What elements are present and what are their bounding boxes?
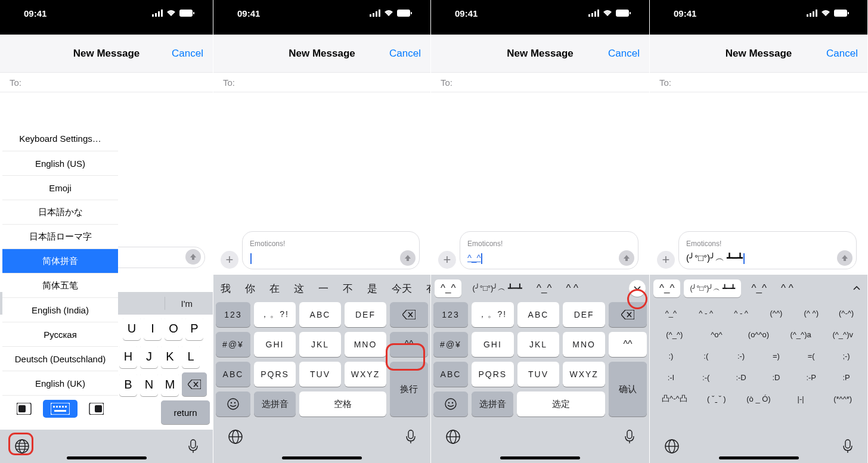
key-pqrs[interactable]: PQRS <box>254 362 296 387</box>
key-h[interactable]: H <box>119 344 137 368</box>
add-button[interactable]: + <box>221 251 238 269</box>
emoticon[interactable]: (^ ^) <box>793 309 829 318</box>
emoticon[interactable]: :P <box>829 373 864 382</box>
key-u[interactable]: U <box>123 316 141 340</box>
candidate[interactable]: 你 <box>238 282 262 296</box>
add-button[interactable]: + <box>657 251 675 269</box>
select-pinyin[interactable]: 选拼音 <box>254 391 296 417</box>
key-jkl[interactable]: JKL <box>517 332 560 357</box>
emoji-key[interactable] <box>216 391 250 417</box>
emoticon[interactable]: (^_^)a <box>780 330 822 339</box>
space-key[interactable]: 空格 <box>299 391 386 417</box>
globe-icon[interactable] <box>228 429 243 445</box>
key-pqrs[interactable]: PQRS <box>472 362 514 387</box>
key-mno[interactable]: MNO <box>563 332 605 357</box>
collapse-candidates-icon[interactable] <box>848 280 865 297</box>
key-def[interactable]: DEF <box>563 302 605 327</box>
to-field[interactable]: To: <box>0 73 213 92</box>
kb-zh-wubi[interactable]: 简体五笔 <box>2 273 118 297</box>
candidate[interactable]: 今天 <box>385 282 419 296</box>
key-abc[interactable]: ABC <box>299 302 341 327</box>
message-input[interactable]: Emoticons! (╯°□°)╯︵ ┻━┻ <box>678 231 857 269</box>
mic-icon[interactable] <box>842 439 853 454</box>
key-tuv[interactable]: TUV <box>299 362 341 387</box>
kb-de[interactable]: Deutsch (Deutschland) <box>2 346 118 371</box>
key-abc[interactable]: ABC <box>517 302 560 327</box>
emoticon[interactable]: ^o^ <box>696 330 738 339</box>
emoticon[interactable]: (o^^o) <box>737 330 780 339</box>
keyboard-full-icon[interactable] <box>43 400 78 418</box>
emoticon[interactable]: (^-^) <box>829 309 864 318</box>
to-field[interactable]: To: <box>431 73 649 92</box>
cancel-button[interactable]: Cancel <box>172 48 203 60</box>
kb-en-in[interactable]: English (India) <box>2 297 118 322</box>
return-key[interactable]: return <box>161 400 210 424</box>
select-pinyin[interactable]: 选拼音 <box>472 391 513 417</box>
key-ghi[interactable]: GHI <box>254 332 296 357</box>
emoticon-key[interactable]: ^^ <box>609 332 647 357</box>
emoji-key[interactable] <box>433 391 468 417</box>
emoticon[interactable]: (^_^) <box>653 330 696 339</box>
key-punct[interactable]: ，。?! <box>254 302 296 327</box>
kb-en-us[interactable]: English (US) <box>2 151 118 175</box>
backspace-key[interactable] <box>182 372 207 396</box>
candidate[interactable]: ^ ^ <box>559 282 585 294</box>
emoticon[interactable]: ^ - ^ <box>724 309 759 318</box>
emoticon[interactable]: (*^^*) <box>822 394 864 403</box>
emoticon[interactable]: |-| <box>780 394 822 403</box>
kb-ru[interactable]: Русская <box>2 322 118 346</box>
candidate[interactable]: (╯°□°)╯︵ ┻━┻ <box>684 279 740 297</box>
key-ghi[interactable]: GHI <box>472 332 514 357</box>
emoticon[interactable]: (ò _ Ó) <box>737 394 780 403</box>
emoticon[interactable]: ;-) <box>829 352 864 361</box>
emoticon[interactable]: :-) <box>724 352 759 361</box>
kb-emoji[interactable]: Emoji <box>2 175 118 200</box>
emoticon[interactable]: :D <box>758 373 793 382</box>
key-p[interactable]: P <box>185 316 203 340</box>
key-j[interactable]: J <box>140 344 158 368</box>
candidate[interactable]: (╯°□°)╯︵ ┻━┻ <box>465 283 529 294</box>
kb-ja-kana[interactable]: 日本語かな <box>2 200 118 224</box>
to-field[interactable]: To: <box>650 73 867 92</box>
key-punct[interactable]: ，。?! <box>472 302 514 327</box>
kb-en-uk[interactable]: English (UK) <box>2 371 118 395</box>
emoticon[interactable]: =( <box>793 352 829 361</box>
suggestion[interactable]: I'm <box>165 299 208 309</box>
emoticon[interactable]: :) <box>653 352 689 361</box>
candidate[interactable]: 不 <box>336 282 360 296</box>
key-sym[interactable]: #@¥ <box>433 332 468 357</box>
add-button[interactable]: + <box>438 251 456 269</box>
candidate[interactable]: 我 <box>213 282 238 296</box>
message-input[interactable]: Emoticons! <box>242 231 420 269</box>
key-jkl[interactable]: JKL <box>299 332 341 357</box>
key-wxyz[interactable]: WXYZ <box>345 362 386 387</box>
globe-icon[interactable] <box>445 429 461 445</box>
key-mode-abc[interactable]: ABC <box>433 362 468 387</box>
key-def[interactable]: DEF <box>345 302 386 327</box>
candidate[interactable]: 有 <box>419 282 431 296</box>
to-field[interactable]: To: <box>213 73 430 92</box>
candidate[interactable]: 在 <box>262 282 287 296</box>
key-m[interactable]: M <box>161 372 179 396</box>
message-input[interactable]: Emoticons! ^_^ <box>460 231 638 269</box>
mic-icon[interactable] <box>624 429 635 445</box>
candidate[interactable]: 一 <box>311 282 336 296</box>
key-wxyz[interactable]: WXYZ <box>563 362 605 387</box>
mic-icon[interactable] <box>188 439 199 454</box>
key-123[interactable]: 123 <box>216 302 250 327</box>
emoticon[interactable]: ( ˇˍˇ ) <box>696 394 738 403</box>
kb-ja-romaji[interactable]: 日本語ローマ字 <box>2 224 118 248</box>
emoticon[interactable]: (^^) <box>758 309 793 318</box>
key-l[interactable]: L <box>182 344 200 368</box>
candidate[interactable]: ^_^ <box>435 279 461 297</box>
emoticon[interactable]: :-( <box>689 373 724 382</box>
kb-zh-pinyin[interactable]: 简体拼音 <box>2 248 118 273</box>
keyboard-float-right-icon[interactable] <box>87 403 104 415</box>
backspace-key[interactable] <box>390 302 428 327</box>
candidate[interactable]: ^_^ <box>653 279 680 297</box>
candidate[interactable]: 这 <box>287 282 311 296</box>
candidate[interactable]: 是 <box>360 282 385 296</box>
select-key[interactable]: 选定 <box>517 391 605 417</box>
cancel-button[interactable]: Cancel <box>826 48 858 60</box>
emoticon[interactable]: :-I <box>653 373 689 382</box>
